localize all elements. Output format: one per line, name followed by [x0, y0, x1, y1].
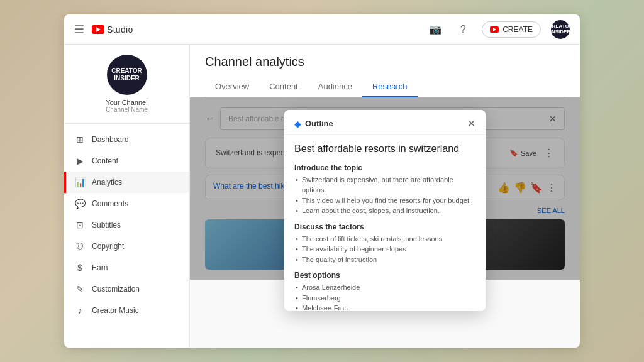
bullet-item: Melchsee-Frutt — [294, 303, 475, 311]
sidebar-item-content[interactable]: ▶ Content — [64, 150, 189, 172]
outline-modal: ◆ Outline ✕ Best affordable resorts in s… — [284, 110, 486, 311]
page-area: Channel analytics Overview Content Audie… — [190, 45, 580, 348]
earn-icon: $ — [74, 262, 86, 273]
nav-label: Subtitles — [92, 221, 121, 229]
diamond-icon: ◆ — [294, 119, 301, 129]
studio-label: Studio — [107, 25, 133, 35]
subtitles-icon: ⊡ — [74, 219, 86, 231]
help-icon[interactable]: ? — [454, 21, 472, 38]
nav-items: ⊞ Dashboard ▶ Content 📊 Analytics 💬 Comm… — [64, 124, 189, 326]
app-window: ☰ Studio 📷 ? CREATE CREATOR INSIDER CREA… — [64, 14, 580, 348]
sidebar-item-creator-music[interactable]: ♪ Creator Music — [64, 300, 189, 321]
create-button[interactable]: CREATE — [482, 21, 541, 38]
user-avatar[interactable]: CREATOR INSIDER — [551, 20, 570, 39]
camera-icon[interactable]: 📷 — [426, 21, 444, 38]
main-content: CREATOR INSIDER Your Channel Channel Nam… — [64, 45, 580, 348]
sidebar-item-earn[interactable]: $ Earn — [64, 257, 189, 278]
nav-label: Earn — [92, 263, 108, 272]
youtube-icon — [92, 25, 104, 34]
youtube-logo: Studio — [92, 25, 133, 35]
nav-label: Dashboard — [92, 135, 129, 144]
bullet-item: This video will help you find the resort… — [294, 195, 475, 206]
section-title-3: Best options — [294, 271, 475, 280]
tab-audience[interactable]: Audience — [308, 77, 362, 97]
nav-label: Customization — [92, 285, 140, 293]
channel-name: Channel Name — [106, 106, 148, 113]
bullet-item: Flumserberg — [294, 293, 475, 304]
modal-title-row: ◆ Outline — [294, 119, 333, 129]
modal-close-button[interactable]: ✕ — [467, 118, 475, 129]
content-icon: ▶ — [74, 155, 86, 167]
bullet-item: Learn about the cost, slopes, and instru… — [294, 206, 475, 216]
page-header: Channel analytics Overview Content Audie… — [190, 45, 580, 97]
bullet-list-2: The cost of lift tickets, ski rentals, a… — [294, 234, 475, 265]
nav-label: Copyright — [92, 242, 124, 251]
sidebar-item-customization[interactable]: ✎ Customization — [64, 278, 189, 300]
channel-avatar[interactable]: CREATOR INSIDER — [107, 55, 147, 95]
sidebar-item-copyright[interactable]: © Copyright — [64, 236, 189, 257]
section-title-2: Discuss the factors — [294, 222, 475, 231]
sidebar: CREATOR INSIDER Your Channel Channel Nam… — [64, 45, 190, 348]
bullet-list-1: Switzerland is expensive, but there are … — [294, 175, 475, 216]
nav-label: Content — [92, 156, 118, 165]
sidebar-item-analytics[interactable]: 📊 Analytics — [64, 172, 189, 193]
top-bar: ☰ Studio 📷 ? CREATE CREATOR INSIDER — [64, 14, 580, 45]
top-bar-left: ☰ Studio — [74, 23, 133, 36]
channel-info: CREATOR INSIDER Your Channel Channel Nam… — [64, 45, 189, 124]
modal-overlay[interactable]: ◆ Outline ✕ Best affordable resorts in s… — [190, 97, 580, 280]
modal-header: ◆ Outline ✕ — [284, 110, 486, 135]
sidebar-item-dashboard[interactable]: ⊞ Dashboard — [64, 129, 189, 150]
bullet-item: Switzerland is expensive, but there are … — [294, 175, 475, 195]
sidebar-item-comments[interactable]: 💬 Comments — [64, 193, 189, 214]
channel-label: Your Channel — [106, 99, 147, 106]
page-title: Channel analytics — [205, 55, 565, 69]
analytics-icon: 📊 — [74, 177, 86, 188]
comments-icon: 💬 — [74, 198, 86, 209]
tab-content[interactable]: Content — [259, 77, 308, 97]
bullet-item: The availability of beginner slopes — [294, 244, 475, 255]
menu-icon[interactable]: ☰ — [74, 23, 84, 36]
modal-body: Best affordable resorts in switzerland I… — [284, 135, 486, 311]
copyright-icon: © — [74, 241, 86, 252]
top-bar-right: 📷 ? CREATE CREATOR INSIDER — [426, 20, 570, 39]
modal-title: Outline — [305, 119, 333, 128]
bullet-item: The quality of instruction — [294, 255, 475, 265]
nav-label: Analytics — [92, 178, 122, 187]
bullet-item: The cost of lift tickets, ski rentals, a… — [294, 234, 475, 244]
nav-label: Comments — [92, 199, 128, 208]
page-body: ← Best affordable resorts in switzerland… — [190, 97, 580, 280]
sidebar-item-subtitles[interactable]: ⊡ Subtitles — [64, 214, 189, 236]
tabs: Overview Content Audience Research — [205, 77, 565, 97]
create-label: CREATE — [502, 25, 533, 34]
tab-overview[interactable]: Overview — [205, 77, 259, 97]
outline-main-title: Best affordable resorts in switzerland — [294, 143, 475, 156]
dashboard-icon: ⊞ — [74, 134, 86, 145]
bullet-item: Arosa Lenzerheide — [294, 282, 475, 293]
bullet-list-3: Arosa Lenzerheide Flumserberg Melchsee-F… — [294, 282, 475, 311]
create-yt-icon — [490, 26, 499, 33]
music-icon: ♪ — [74, 305, 86, 316]
tab-research[interactable]: Research — [362, 77, 418, 97]
section-title-1: Introduce the topic — [294, 163, 475, 172]
nav-label: Creator Music — [92, 306, 139, 315]
customization-icon: ✎ — [74, 283, 86, 295]
